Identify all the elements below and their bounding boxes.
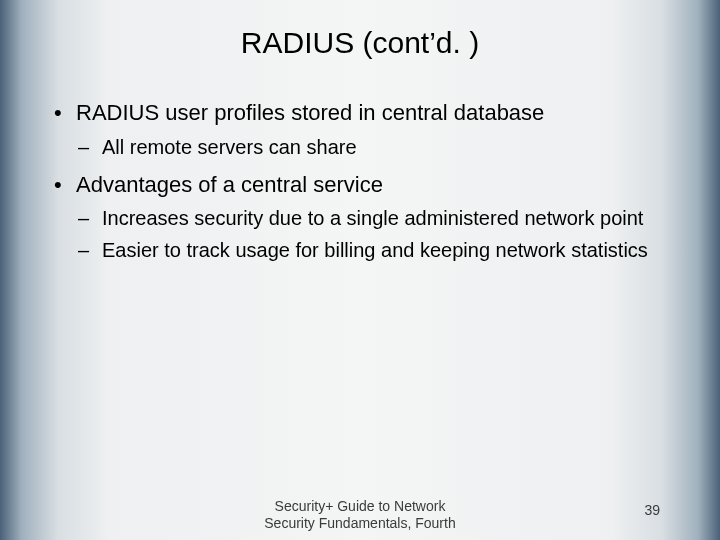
slide: RADIUS (cont’d. ) RADIUS user profiles s… [0,0,720,540]
bullet-text: Advantages of a central service [76,172,383,197]
slide-title: RADIUS (cont’d. ) [0,0,720,78]
bullet-item: RADIUS user profiles stored in central d… [50,98,670,160]
page-number: 39 [644,502,660,518]
bullet-text: RADIUS user profiles stored in central d… [76,100,544,125]
slide-footer: Security+ Guide to Network Security Fund… [0,498,720,540]
sub-bullet-list: All remote servers can share [76,134,670,160]
sub-bullet-list: Increases security due to a single admin… [76,205,670,263]
slide-content: RADIUS user profiles stored in central d… [0,78,720,263]
footer-line: Security+ Guide to Network [275,498,446,514]
footer-line: Security Fundamentals, Fourth [264,515,455,531]
sub-bullet-text: Easier to track usage for billing and ke… [102,239,648,261]
sub-bullet-item: Easier to track usage for billing and ke… [76,237,670,263]
footer-text: Security+ Guide to Network Security Fund… [264,498,455,532]
sub-bullet-text: All remote servers can share [102,136,357,158]
sub-bullet-item: Increases security due to a single admin… [76,205,670,231]
bullet-list: RADIUS user profiles stored in central d… [50,98,670,263]
bullet-item: Advantages of a central service Increase… [50,170,670,264]
sub-bullet-item: All remote servers can share [76,134,670,160]
sub-bullet-text: Increases security due to a single admin… [102,207,643,229]
